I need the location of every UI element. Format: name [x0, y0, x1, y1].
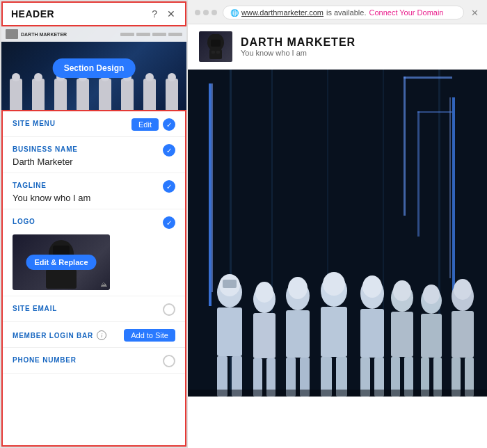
logo-header: LOGO ✓ [13, 216, 175, 229]
minibar-nav-item [136, 33, 150, 36]
member-login-field: MEMBER LOGIN BAR i Add to Site [3, 322, 185, 348]
minibar-logo [6, 29, 18, 39]
business-name-check: ✓ [163, 144, 175, 157]
member-login-label: MEMBER LOGIN BAR [13, 332, 93, 339]
site-menu-actions: Edit ✓ [131, 118, 175, 131]
close-icon[interactable]: ✕ [166, 8, 177, 19]
svg-rect-12 [211, 83, 213, 292]
globe-icon: 🌐 [230, 9, 239, 17]
hero-bg-svg [188, 70, 487, 397]
svg-rect-11 [209, 83, 211, 306]
url-text: www.darthmarketer.com [241, 8, 324, 17]
browser-chrome: 🌐 www.darthmarketer.com is available. Co… [188, 0, 487, 24]
preview-bg: DARTH MARKETER Section Design [1, 26, 186, 110]
svg-rect-56 [452, 311, 474, 358]
trooper [99, 79, 111, 110]
svg-point-49 [393, 280, 411, 301]
help-icon[interactable]: ? [150, 8, 159, 19]
minibar-nav [120, 33, 182, 36]
svg-rect-3 [211, 51, 215, 54]
svg-point-59 [454, 279, 472, 300]
svg-rect-60 [188, 390, 487, 397]
svg-point-39 [323, 272, 345, 296]
member-login-header: MEMBER LOGIN BAR i Add to Site [13, 329, 175, 342]
browser-dots [195, 10, 217, 15]
logo-label: LOGO [13, 218, 35, 225]
tagline-field: TAGLINE ✓ You know who I am [3, 173, 185, 209]
tagline-check: ✓ [163, 180, 175, 193]
svg-rect-16 [404, 77, 452, 79]
browser-close-icon[interactable]: ✕ [470, 8, 480, 18]
svg-rect-41 [360, 309, 384, 358]
minibar-nav-item [120, 33, 134, 36]
site-menu-check: ✓ [163, 118, 175, 131]
url-available: is available. [326, 8, 366, 17]
panel-header-icons: ? ✕ [150, 8, 177, 19]
minibar-text: DARTH MARKETER [21, 32, 67, 37]
svg-rect-51 [421, 314, 442, 358]
svg-rect-31 [286, 310, 310, 358]
site-email-header: SITE EMAIL [13, 303, 175, 316]
site-tagline: You know who I am [241, 49, 476, 57]
trooper [166, 79, 178, 110]
svg-rect-17 [417, 111, 420, 237]
svg-rect-14 [449, 97, 451, 278]
site-menu-header: SITE MENU Edit ✓ [13, 118, 175, 131]
svg-rect-13 [452, 97, 455, 292]
svg-rect-4 [216, 51, 220, 54]
phone-number-field: PHONE NUMBER [3, 348, 185, 374]
business-name-header: BUSINESS NAME ✓ [13, 144, 175, 157]
minibar-nav-item [168, 33, 182, 36]
tagline-value[interactable]: You know who I am [13, 193, 175, 203]
section-design-button[interactable]: Section Design [53, 58, 136, 78]
tagline-header: TAGLINE ✓ [13, 180, 175, 193]
website-preview: DARTH MARKETER You know who I am [188, 24, 487, 448]
trooper [143, 79, 156, 110]
hero-area [188, 70, 487, 397]
preview-minibar: DARTH MARKETER [1, 26, 186, 42]
svg-rect-1 [211, 40, 221, 47]
trooper [77, 79, 89, 110]
browser-dot-2 [203, 10, 209, 15]
svg-rect-15 [404, 77, 406, 216]
site-name-area: DARTH MARKETER You know who I am [241, 36, 476, 57]
preview-section: DARTH MARKETER Section Design [1, 26, 186, 110]
site-email-toggle[interactable] [163, 303, 175, 316]
right-panel: 🌐 www.darthmarketer.com is available. Co… [188, 0, 487, 448]
edit-replace-button[interactable]: Edit & Replace [26, 255, 96, 270]
info-icon[interactable]: i [97, 330, 106, 340]
phone-number-toggle[interactable] [163, 355, 175, 367]
svg-point-44 [362, 275, 382, 298]
site-menu-edit-button[interactable]: Edit [131, 118, 159, 131]
site-menu-label: SITE MENU [13, 120, 56, 127]
panel-header: HEADER ? ✕ [1, 1, 186, 26]
site-menu-field: SITE MENU Edit ✓ [3, 111, 185, 137]
business-name-value[interactable]: Darth Marketer [13, 157, 175, 167]
phone-number-header: PHONE NUMBER [13, 355, 175, 367]
site-name-text: DARTH MARKETER [241, 36, 476, 49]
phone-number-label: PHONE NUMBER [13, 356, 77, 364]
svg-rect-18 [417, 111, 452, 113]
site-header-bar: DARTH MARKETER You know who I am [188, 24, 487, 70]
logo-field: LOGO ✓ Edit & Replace ⛰ [3, 209, 185, 296]
site-email-label: SITE EMAIL [13, 305, 57, 312]
svg-rect-20 [217, 307, 242, 356]
trooper [121, 79, 134, 110]
logo-preview: Edit & Replace ⛰ [13, 234, 110, 290]
trooper [54, 79, 67, 110]
svg-rect-26 [253, 313, 276, 358]
dv-body [46, 269, 77, 289]
left-panel: HEADER ? ✕ DARTH MARKETER [0, 0, 188, 448]
site-email-field: SITE EMAIL [3, 296, 185, 322]
panel-title: HEADER [11, 8, 54, 19]
trooper [10, 79, 22, 110]
trooper [32, 79, 45, 110]
preview-figures [1, 75, 186, 110]
add-to-site-button[interactable]: Add to Site [124, 329, 175, 342]
svg-rect-24 [223, 280, 237, 288]
address-bar: 🌐 www.darthmarketer.com is available. Co… [223, 6, 464, 19]
svg-point-34 [288, 277, 308, 299]
svg-rect-46 [391, 312, 413, 357]
connect-domain-link[interactable]: Connect Your Domain [369, 8, 443, 17]
browser-dot-3 [211, 10, 217, 15]
